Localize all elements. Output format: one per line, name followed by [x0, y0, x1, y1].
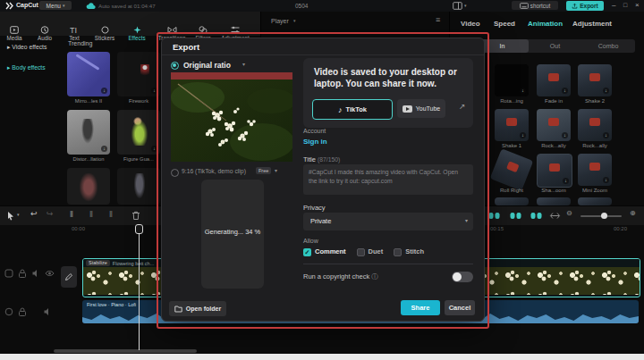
sidebar-item-video-effects[interactable]: ▸ Video effects — [7, 44, 47, 51]
checkbox-duet[interactable]: Duet — [357, 247, 384, 255]
select-tool-icon[interactable] — [6, 211, 15, 221]
youtube-icon — [402, 105, 412, 113]
shortcut-label: shortcut — [530, 3, 550, 9]
title-input[interactable]: #CapCut I made this amazing video with C… — [303, 164, 473, 195]
magnet-toggle-icon[interactable] — [488, 212, 500, 220]
animation-thumb[interactable] — [495, 197, 529, 205]
track-mute-icon[interactable] — [43, 307, 52, 316]
ratio-caret-icon[interactable]: ▾ — [242, 61, 245, 67]
delete-right-icon[interactable]: Ⅱ — [109, 211, 112, 219]
track-mute-icon[interactable] — [31, 269, 40, 278]
tab-text[interactable]: TI Text — [63, 26, 86, 41]
snap-toggle-icon[interactable] — [530, 212, 542, 220]
cancel-button[interactable]: Cancel — [445, 300, 475, 315]
tab-audio[interactable]: Audio — [32, 26, 57, 41]
effect-thumb[interactable]: ↓ — [117, 110, 160, 155]
inspector-tab-video[interactable]: Video — [461, 20, 480, 28]
select-tool-caret-icon[interactable]: ▾ — [17, 212, 20, 217]
shortcut-button[interactable]: shortcut — [512, 1, 558, 10]
project-title: 0504 — [295, 3, 308, 9]
delete-icon[interactable] — [131, 211, 140, 221]
effect-thumb[interactable]: ↓ — [117, 52, 160, 96]
checkbox-stitch[interactable]: Stitch — [394, 247, 424, 255]
ratio-primary-label[interactable]: Original ratio — [183, 61, 231, 70]
ratio-radio-selected[interactable] — [171, 62, 179, 70]
track-cover-icon[interactable] — [4, 269, 13, 278]
split-icon[interactable]: Ⅱ — [70, 211, 72, 219]
redo-icon[interactable]: ↪ — [47, 209, 54, 218]
effect-thumb[interactable] — [67, 168, 110, 205]
track-cover-icon[interactable] — [4, 307, 13, 316]
subtab-combo[interactable]: Combo — [581, 39, 635, 53]
ratio-secondary-label[interactable]: 9:16 (TikTok, demo clip) — [182, 168, 246, 174]
sidebar-item-body-effects[interactable]: ▸ Body effects — [7, 64, 46, 71]
playhead-handle[interactable] — [135, 224, 143, 234]
tiktok-share-button[interactable]: ♪ TikTok — [312, 99, 393, 120]
playhead[interactable] — [139, 224, 140, 350]
player-caret-icon[interactable]: ▾ — [293, 18, 296, 23]
animation-thumb[interactable]: ↓ — [578, 64, 612, 96]
minimize-button[interactable]: – — [612, 1, 615, 9]
sign-in-link[interactable]: Sign in — [303, 138, 327, 146]
inspector-tab-animation[interactable]: Animation — [528, 20, 563, 28]
inspector-tab-speed[interactable]: Speed — [494, 20, 515, 28]
copyright-toggle[interactable] — [452, 272, 473, 282]
preview-axis-icon[interactable] — [549, 212, 561, 220]
external-link-icon[interactable]: ↗ — [459, 102, 466, 111]
export-button[interactable]: Export — [566, 1, 604, 11]
animation-thumb[interactable] — [537, 197, 571, 205]
media-icon — [10, 26, 19, 34]
open-folder-button[interactable]: Open folder — [169, 301, 226, 316]
clip-edit-button[interactable] — [61, 266, 77, 288]
animation-thumb[interactable]: ↓ — [578, 109, 612, 141]
layout-caret-icon[interactable]: ▾ — [464, 3, 467, 8]
animation-thumb[interactable]: ↓ — [495, 64, 529, 96]
undo-icon[interactable]: ↩ — [30, 209, 38, 218]
timeline-zoom-slider[interactable] — [580, 215, 622, 217]
delete-left-icon[interactable]: Ⅱ — [89, 211, 92, 219]
tab-stickers[interactable]: Stickers — [89, 26, 120, 41]
animation-thumb[interactable]: ↓ — [537, 154, 572, 188]
animation-thumb[interactable]: ↓ — [537, 64, 571, 96]
link-toggle-icon[interactable] — [510, 212, 521, 220]
player-menu-icon[interactable]: ≡ — [436, 15, 440, 24]
player-panel-title[interactable]: Player — [271, 18, 289, 24]
effect-thumb[interactable] — [117, 168, 160, 205]
filters-icon — [199, 26, 208, 34]
track-hide-icon[interactable] — [45, 269, 55, 278]
close-button[interactable]: × — [635, 1, 640, 9]
maximize-button[interactable]: □ — [623, 2, 627, 8]
export-dialog-header: Export — [162, 38, 484, 55]
share-button[interactable]: Share — [401, 300, 440, 315]
sidebar-label: Video effects — [12, 44, 47, 50]
animation-subtabs: In Out Combo — [476, 39, 635, 53]
track-lock-icon[interactable] — [18, 269, 27, 278]
track-lock-icon[interactable] — [18, 307, 27, 316]
youtube-share-button[interactable]: YouTube — [397, 99, 445, 118]
ratio-secondary-caret-icon[interactable]: ▾ — [275, 167, 277, 173]
zoom-out-icon[interactable]: ⊖ — [566, 209, 572, 217]
animation-thumb[interactable] — [578, 197, 612, 205]
animation-thumb[interactable]: ↓ — [578, 154, 612, 186]
animation-thumb[interactable]: ↓ — [495, 109, 529, 141]
effect-thumb[interactable]: ↓ — [67, 52, 110, 96]
animation-label: Shake 2 — [573, 98, 616, 104]
menu-button[interactable]: Menu ▾ — [39, 1, 72, 10]
ratio-radio-secondary[interactable] — [171, 169, 179, 177]
animation-label: Shake 1 — [490, 143, 533, 148]
inspector-tab-adjustment[interactable]: Adjustment — [572, 20, 612, 28]
tab-media[interactable]: Media — [2, 26, 27, 41]
privacy-dropdown[interactable]: Private ▾ — [303, 213, 473, 230]
tab-effects[interactable]: Effects — [123, 26, 150, 41]
effect-thumb[interactable]: ↓ — [67, 110, 110, 155]
zoom-slider-handle[interactable] — [601, 213, 607, 219]
title-input-value: #CapCut I made this amazing video with C… — [309, 168, 468, 186]
checkbox-comment[interactable]: ✓ Comment — [303, 247, 346, 255]
animation-thumb[interactable]: ↓ — [537, 109, 571, 141]
subtab-out[interactable]: Out — [529, 39, 581, 53]
zoom-fit-icon[interactable]: ⊕ — [630, 209, 636, 217]
animation-label: Rock...ally — [532, 143, 575, 148]
layout-icon[interactable] — [453, 2, 462, 10]
animation-thumb[interactable] — [490, 148, 534, 190]
timeline-scrollbar[interactable] — [54, 349, 197, 353]
